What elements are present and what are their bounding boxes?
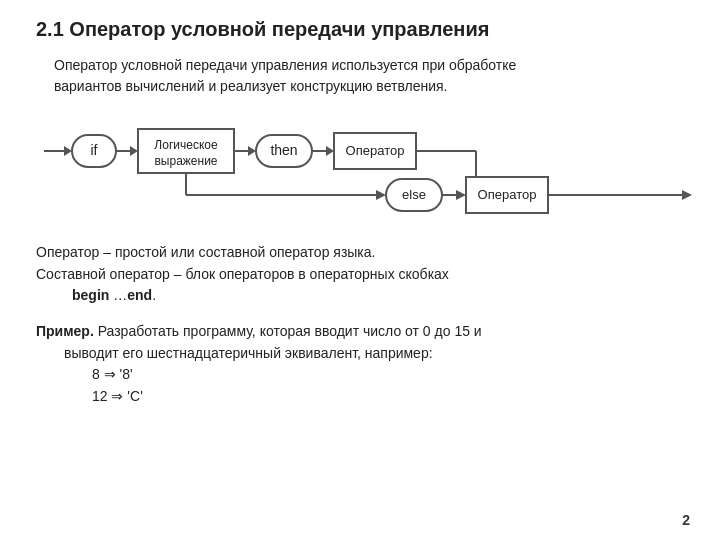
svg-text:if: if — [91, 142, 98, 158]
period: . — [152, 287, 156, 303]
svg-text:выражение: выражение — [154, 154, 217, 168]
flowchart-diagram: if Логическое выражение then Оператор — [36, 115, 684, 228]
ellipsis: … — [109, 287, 127, 303]
intro-paragraph: Оператор условной передачи управления ис… — [36, 55, 684, 97]
intro-line1: Оператор условной передачи управления ис… — [54, 55, 684, 76]
page-number: 2 — [682, 512, 690, 528]
example-line2: выводит его шестнадцатеричный эквивалент… — [64, 343, 684, 365]
svg-text:Оператор: Оператор — [346, 143, 405, 158]
body-line2: Составной оператор – блок операторов в о… — [36, 264, 684, 286]
example-text: Разработать программу, которая вводит чи… — [94, 323, 482, 339]
body-line3: begin …end. — [72, 285, 684, 307]
svg-text:Оператор: Оператор — [478, 187, 537, 202]
svg-text:else: else — [402, 187, 426, 202]
example-label: Пример. — [36, 323, 94, 339]
example-item1: 8 ⇒ '8' — [92, 364, 684, 386]
svg-marker-5 — [130, 146, 138, 156]
end-keyword: end — [127, 287, 152, 303]
intro-line2: вариантов вычислений и реализует констру… — [54, 76, 684, 97]
example-line1: Пример. Разработать программу, которая в… — [36, 321, 684, 343]
example-item2: 12 ⇒ 'C' — [92, 386, 684, 408]
page: 2.1 Оператор условной передачи управлени… — [0, 0, 720, 540]
svg-marker-14 — [326, 146, 334, 156]
body-line1: Оператор – простой или составной операто… — [36, 242, 684, 264]
svg-marker-1 — [64, 146, 72, 156]
svg-text:Логическое: Логическое — [154, 138, 218, 152]
body-text: Оператор – простой или составной операто… — [36, 242, 684, 307]
svg-marker-10 — [248, 146, 256, 156]
begin-keyword: begin — [72, 287, 109, 303]
svg-marker-27 — [456, 190, 466, 200]
example-section: Пример. Разработать программу, которая в… — [36, 321, 684, 408]
page-title: 2.1 Оператор условной передачи управлени… — [36, 18, 684, 41]
svg-marker-20 — [682, 190, 692, 200]
svg-text:then: then — [270, 142, 297, 158]
svg-marker-23 — [376, 190, 386, 200]
